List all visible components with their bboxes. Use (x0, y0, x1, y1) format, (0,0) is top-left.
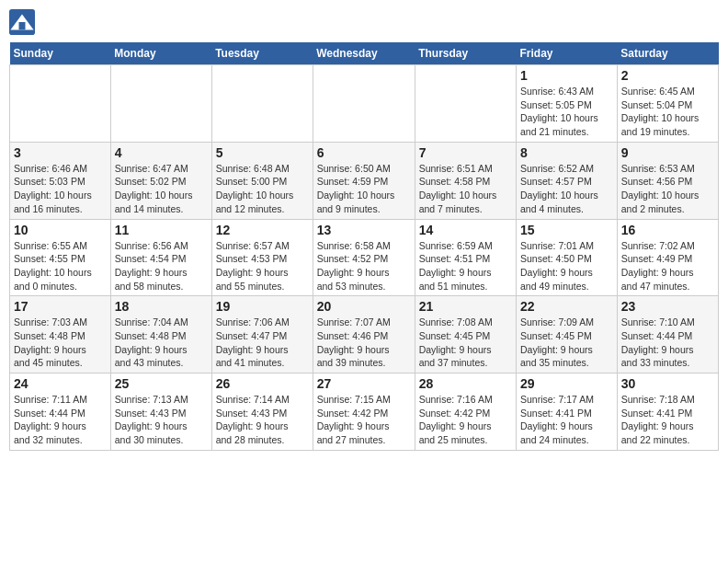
page-header (9, 9, 719, 35)
day-number: 2 (621, 68, 714, 83)
day-number: 23 (621, 299, 714, 314)
calendar-cell (313, 65, 415, 143)
day-of-week-header: Thursday (415, 42, 516, 65)
calendar-cell: 16Sunrise: 7:02 AM Sunset: 4:49 PM Dayli… (617, 219, 718, 296)
day-info: Sunrise: 7:03 AM Sunset: 4:48 PM Dayligh… (14, 316, 107, 370)
calendar-week-row: 24Sunrise: 7:11 AM Sunset: 4:44 PM Dayli… (10, 373, 719, 451)
day-number: 1 (520, 68, 613, 83)
day-info: Sunrise: 7:06 AM Sunset: 4:47 PM Dayligh… (216, 316, 309, 370)
calendar-week-row: 17Sunrise: 7:03 AM Sunset: 4:48 PM Dayli… (10, 296, 719, 373)
day-number: 16 (621, 223, 714, 237)
day-info: Sunrise: 6:52 AM Sunset: 4:57 PM Dayligh… (520, 162, 613, 216)
calendar-cell: 2Sunrise: 6:45 AM Sunset: 5:04 PM Daylig… (617, 65, 718, 143)
day-number: 11 (115, 223, 208, 237)
day-number: 8 (520, 145, 613, 160)
day-number: 17 (14, 299, 107, 314)
day-info: Sunrise: 7:14 AM Sunset: 4:43 PM Dayligh… (216, 393, 309, 447)
day-info: Sunrise: 7:13 AM Sunset: 4:43 PM Dayligh… (115, 393, 208, 447)
day-number: 13 (317, 223, 411, 237)
calendar-cell: 10Sunrise: 6:55 AM Sunset: 4:55 PM Dayli… (10, 219, 111, 296)
day-number: 26 (216, 376, 309, 391)
calendar-cell: 19Sunrise: 7:06 AM Sunset: 4:47 PM Dayli… (211, 296, 313, 373)
day-number: 22 (520, 299, 613, 314)
day-of-week-header: Friday (517, 42, 618, 65)
day-info: Sunrise: 7:18 AM Sunset: 4:41 PM Dayligh… (621, 393, 714, 447)
day-number: 7 (419, 145, 512, 160)
day-number: 12 (216, 223, 309, 237)
day-number: 15 (520, 223, 613, 237)
day-number: 14 (419, 223, 512, 237)
day-info: Sunrise: 7:01 AM Sunset: 4:50 PM Dayligh… (520, 239, 613, 293)
calendar-cell: 9Sunrise: 6:53 AM Sunset: 4:56 PM Daylig… (617, 142, 718, 219)
day-number: 18 (115, 299, 208, 314)
calendar-table: SundayMondayTuesdayWednesdayThursdayFrid… (9, 42, 719, 451)
day-info: Sunrise: 6:48 AM Sunset: 5:00 PM Dayligh… (216, 162, 309, 216)
calendar-week-row: 1Sunrise: 6:43 AM Sunset: 5:05 PM Daylig… (10, 65, 719, 143)
calendar-cell: 30Sunrise: 7:18 AM Sunset: 4:41 PM Dayli… (617, 373, 718, 451)
day-number: 19 (216, 299, 309, 314)
day-number: 25 (115, 376, 208, 391)
calendar-cell: 25Sunrise: 7:13 AM Sunset: 4:43 PM Dayli… (110, 373, 211, 451)
day-info: Sunrise: 7:16 AM Sunset: 4:42 PM Dayligh… (419, 393, 512, 447)
day-info: Sunrise: 6:46 AM Sunset: 5:03 PM Dayligh… (14, 162, 107, 216)
calendar-cell (211, 65, 313, 143)
day-info: Sunrise: 6:51 AM Sunset: 4:58 PM Dayligh… (419, 162, 512, 216)
day-number: 5 (216, 145, 309, 160)
day-info: Sunrise: 6:53 AM Sunset: 4:56 PM Dayligh… (621, 162, 714, 216)
day-number: 20 (317, 299, 411, 314)
day-number: 21 (419, 299, 512, 314)
day-info: Sunrise: 7:11 AM Sunset: 4:44 PM Dayligh… (14, 393, 107, 447)
logo (9, 9, 37, 35)
calendar-cell: 23Sunrise: 7:10 AM Sunset: 4:44 PM Dayli… (617, 296, 718, 373)
calendar-header-row: SundayMondayTuesdayWednesdayThursdayFrid… (10, 42, 719, 65)
calendar-cell: 13Sunrise: 6:58 AM Sunset: 4:52 PM Dayli… (313, 219, 415, 296)
svg-rect-2 (19, 22, 26, 29)
logo-icon (9, 9, 35, 35)
day-info: Sunrise: 6:59 AM Sunset: 4:51 PM Dayligh… (419, 239, 512, 293)
day-number: 6 (317, 145, 411, 160)
calendar-cell: 26Sunrise: 7:14 AM Sunset: 4:43 PM Dayli… (211, 373, 313, 451)
calendar-cell (415, 65, 516, 143)
day-of-week-header: Wednesday (313, 42, 415, 65)
day-number: 4 (115, 145, 208, 160)
calendar-cell: 14Sunrise: 6:59 AM Sunset: 4:51 PM Dayli… (415, 219, 516, 296)
calendar-cell (10, 65, 111, 143)
calendar-cell: 22Sunrise: 7:09 AM Sunset: 4:45 PM Dayli… (517, 296, 618, 373)
day-info: Sunrise: 7:09 AM Sunset: 4:45 PM Dayligh… (520, 316, 613, 370)
calendar-week-row: 10Sunrise: 6:55 AM Sunset: 4:55 PM Dayli… (10, 219, 719, 296)
calendar-cell (110, 65, 211, 143)
calendar-cell: 15Sunrise: 7:01 AM Sunset: 4:50 PM Dayli… (517, 219, 618, 296)
calendar-cell: 4Sunrise: 6:47 AM Sunset: 5:02 PM Daylig… (110, 142, 211, 219)
day-info: Sunrise: 6:57 AM Sunset: 4:53 PM Dayligh… (216, 239, 309, 293)
day-info: Sunrise: 7:08 AM Sunset: 4:45 PM Dayligh… (419, 316, 512, 370)
calendar-cell: 24Sunrise: 7:11 AM Sunset: 4:44 PM Dayli… (10, 373, 111, 451)
day-number: 24 (14, 376, 107, 391)
calendar-cell: 21Sunrise: 7:08 AM Sunset: 4:45 PM Dayli… (415, 296, 516, 373)
calendar-cell: 6Sunrise: 6:50 AM Sunset: 4:59 PM Daylig… (313, 142, 415, 219)
day-info: Sunrise: 7:10 AM Sunset: 4:44 PM Dayligh… (621, 316, 714, 370)
calendar-cell: 3Sunrise: 6:46 AM Sunset: 5:03 PM Daylig… (10, 142, 111, 219)
day-of-week-header: Saturday (617, 42, 718, 65)
day-of-week-header: Sunday (10, 42, 111, 65)
calendar-cell: 8Sunrise: 6:52 AM Sunset: 4:57 PM Daylig… (517, 142, 618, 219)
calendar-cell: 28Sunrise: 7:16 AM Sunset: 4:42 PM Dayli… (415, 373, 516, 451)
day-of-week-header: Tuesday (211, 42, 313, 65)
day-number: 3 (14, 145, 107, 160)
calendar-cell: 17Sunrise: 7:03 AM Sunset: 4:48 PM Dayli… (10, 296, 111, 373)
calendar-cell: 12Sunrise: 6:57 AM Sunset: 4:53 PM Dayli… (211, 219, 313, 296)
calendar-cell: 5Sunrise: 6:48 AM Sunset: 5:00 PM Daylig… (211, 142, 313, 219)
calendar-cell: 1Sunrise: 6:43 AM Sunset: 5:05 PM Daylig… (517, 65, 618, 143)
day-of-week-header: Monday (110, 42, 211, 65)
day-info: Sunrise: 7:04 AM Sunset: 4:48 PM Dayligh… (115, 316, 208, 370)
day-number: 10 (14, 223, 107, 237)
calendar-cell: 7Sunrise: 6:51 AM Sunset: 4:58 PM Daylig… (415, 142, 516, 219)
day-number: 29 (520, 376, 613, 391)
day-info: Sunrise: 6:45 AM Sunset: 5:04 PM Dayligh… (621, 85, 714, 139)
day-info: Sunrise: 6:43 AM Sunset: 5:05 PM Dayligh… (520, 85, 613, 139)
day-info: Sunrise: 6:55 AM Sunset: 4:55 PM Dayligh… (14, 239, 107, 293)
calendar-cell: 18Sunrise: 7:04 AM Sunset: 4:48 PM Dayli… (110, 296, 211, 373)
day-number: 28 (419, 376, 512, 391)
day-number: 27 (317, 376, 411, 391)
day-number: 9 (621, 145, 714, 160)
day-info: Sunrise: 6:50 AM Sunset: 4:59 PM Dayligh… (317, 162, 411, 216)
